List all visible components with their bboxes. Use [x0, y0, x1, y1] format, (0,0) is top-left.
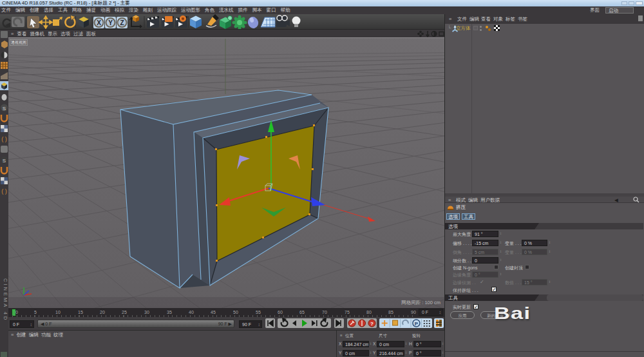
svg-text:( ): ( )	[1, 136, 7, 142]
svg-text:?: ?	[370, 321, 374, 327]
svg-text:X: X	[97, 19, 101, 26]
svg-text:Y: Y	[108, 19, 113, 26]
svg-text:P: P	[415, 321, 419, 327]
svg-text:S: S	[3, 158, 6, 164]
svg-text:( ): ( )	[1, 188, 7, 195]
svg-text:S: S	[3, 106, 6, 111]
svg-text:CINEMA 4D: CINEMA 4D	[3, 278, 8, 322]
svg-text:Z: Z	[120, 19, 124, 26]
